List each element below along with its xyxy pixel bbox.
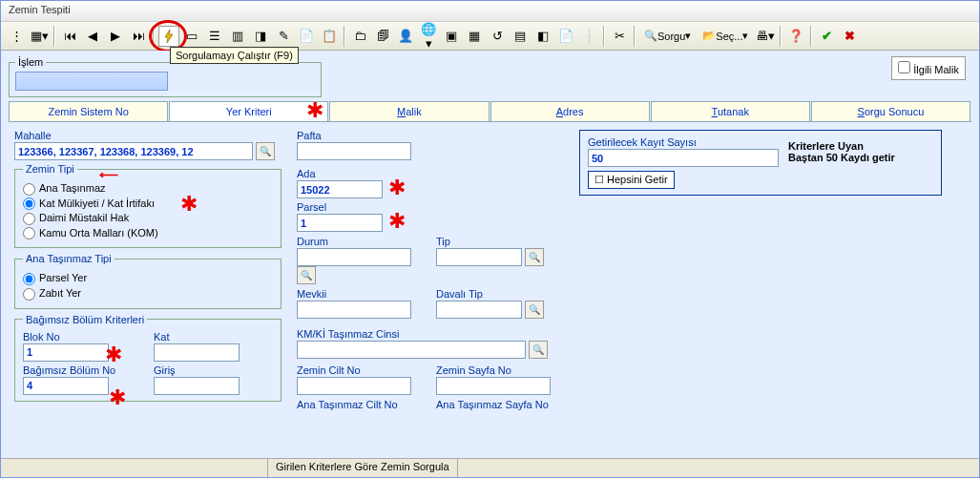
mevkii-input[interactable]	[297, 301, 411, 319]
tb-icon-14[interactable]: ▤	[510, 26, 531, 47]
tb-icon-7[interactable]: 📋	[319, 26, 340, 47]
ok-icon[interactable]: ✔	[816, 26, 837, 47]
zt-kat-mulkiyeti[interactable]: Kat Mülkiyeti / Kat İrtifakı	[23, 197, 155, 209]
islem-input[interactable]	[15, 72, 168, 91]
davali-tip-label: Davalı Tip	[436, 288, 564, 300]
grip-icon[interactable]: ⋮	[6, 26, 27, 47]
tab-strip: Zemin Sistem No Yer Kriteri ✱ Malik Adre…	[9, 101, 971, 122]
getir-label: Getirilecek Kayıt Sayısı	[588, 136, 779, 148]
kmki-input[interactable]	[297, 341, 526, 359]
zt-daimi-mustakil[interactable]: Daimi Müstakil Hak	[23, 212, 129, 223]
tab-zemin-sistem-no[interactable]: Zemin Sistem No	[9, 101, 168, 121]
zcilt-label: Zemin Cilt No	[297, 364, 425, 376]
form-area: Mahalle 🔍 Zemin Tipi ⟵ Ana Taşınmaz Kat …	[9, 128, 971, 413]
tb-icon-1[interactable]: ▭	[181, 26, 202, 47]
status-cell-1	[1, 459, 268, 477]
window-title: Zemin Tespiti	[9, 4, 71, 15]
nav-prev-icon[interactable]: ◀	[82, 26, 103, 47]
bb-no-input[interactable]	[23, 377, 109, 395]
durum-label: Durum	[297, 236, 425, 247]
tb-icon-17a[interactable]: ❕	[578, 26, 599, 47]
blok-no-label: Blok No	[23, 331, 142, 343]
tb-icon-2[interactable]: ☰	[204, 26, 225, 47]
column-3: Getirilecek Kayıt Sayısı ☐ Hepsini Getir…	[579, 130, 942, 411]
ilgili-malik-label[interactable]: İlgili Malik	[898, 64, 959, 75]
tb-icon-6[interactable]: 📄	[296, 26, 317, 47]
mevkii-label: Mevkii	[297, 288, 425, 300]
zcilt-input[interactable]	[297, 377, 411, 395]
bb-legend: Bağımsız Bölüm Kriterleri	[23, 314, 147, 325]
tab-yer-kriteri[interactable]: Yer Kriteri ✱	[169, 101, 328, 121]
lightning-icon	[161, 29, 177, 44]
nav-last-icon[interactable]: ⏭	[128, 26, 149, 47]
bb-no-label: Bağımsız Bölüm No	[23, 364, 142, 376]
giris-input[interactable]	[154, 377, 240, 395]
durum-input[interactable]	[297, 248, 411, 266]
davali-tip-lookup-icon[interactable]: 🔍	[525, 301, 544, 319]
ada-input[interactable]	[297, 180, 383, 198]
tab-tutanak[interactable]: Tutanak	[651, 101, 810, 121]
pafta-input[interactable]	[297, 142, 411, 160]
att-legend: Ana Taşınmaz Tipi	[23, 253, 115, 264]
run-query-button[interactable]	[158, 26, 179, 47]
sec-button[interactable]: 📂Seç...▾	[698, 26, 753, 47]
calendar-dropdown-icon[interactable]: ▦▾	[29, 26, 50, 47]
globe-icon[interactable]: 🌐▾	[418, 26, 439, 47]
mahalle-field: Mahalle 🔍	[14, 130, 281, 160]
tb-icon-11[interactable]: ▣	[441, 26, 462, 47]
tb-icon-4[interactable]: ◨	[250, 26, 271, 47]
tb-icon-17[interactable]: ✂	[609, 26, 630, 47]
ilgili-malik-checkbox[interactable]	[898, 61, 910, 73]
column-1: Mahalle 🔍 Zemin Tipi ⟵ Ana Taşınmaz Kat …	[14, 130, 281, 411]
tip-input[interactable]	[436, 248, 522, 266]
tb-icon-13[interactable]: ↺	[487, 26, 508, 47]
kat-input[interactable]	[154, 343, 240, 362]
mahalle-label: Mahalle	[14, 130, 281, 141]
parsel-input[interactable]	[297, 214, 383, 232]
tb-icon-8[interactable]: 🗀	[349, 26, 370, 47]
kmki-lookup-icon[interactable]: 🔍	[529, 341, 548, 359]
content-area: İşlem İlgili Malik Zemin Sistem No Yer K…	[1, 51, 979, 458]
tip-lookup-icon[interactable]: 🔍	[525, 248, 544, 266]
help-icon[interactable]: ❓	[785, 26, 806, 47]
tb-icon-15[interactable]: ◧	[532, 26, 553, 47]
status-bar: Girilen Kriterlere Göre Zemin Sorgula	[1, 458, 979, 477]
tab-malik[interactable]: Malik	[329, 101, 489, 121]
att-parsel-yer[interactable]: Parsel Yer	[23, 272, 87, 283]
acilt-label: Ana Taşınmaz Cilt No	[297, 399, 425, 410]
cancel-icon[interactable]: ✖	[839, 26, 860, 47]
parsel-label: Parsel	[297, 201, 564, 213]
pafta-label: Pafta	[297, 130, 564, 141]
print-icon[interactable]: 🖶▾	[755, 26, 776, 47]
sorgu-button[interactable]: 🔍Sorgu▾	[639, 26, 696, 47]
title-bar: Zemin Tespiti	[1, 1, 979, 22]
zt-ana-tasinmaz[interactable]: Ana Taşınmaz	[23, 182, 106, 194]
nav-first-icon[interactable]: ⏮	[59, 26, 80, 47]
zt-kom[interactable]: Kamu Orta Malları (KOM)	[23, 227, 158, 239]
blok-no-input[interactable]	[23, 343, 109, 362]
hepsini-getir-button[interactable]: ☐ Hepsini Getir	[588, 171, 675, 189]
tb-icon-3[interactable]: ▥	[227, 26, 248, 47]
tb-icon-9[interactable]: 🗐	[372, 26, 393, 47]
tb-icon-16[interactable]: 📄	[555, 26, 576, 47]
column-2: Pafta Ada ✱ Parsel ✱ Durum	[297, 130, 564, 411]
zsayfa-label: Zemin Sayfa No	[436, 364, 564, 376]
ada-label: Ada	[297, 168, 564, 179]
davali-tip-input[interactable]	[436, 301, 522, 319]
zsayfa-input[interactable]	[436, 377, 551, 395]
nav-next-icon[interactable]: ▶	[105, 26, 126, 47]
durum-lookup-icon[interactable]: 🔍	[297, 266, 316, 284]
tb-icon-12[interactable]: ▦	[464, 26, 485, 47]
getir-count-input[interactable]	[588, 149, 779, 167]
tab-sorgu-sonucu[interactable]: Sorgu Sonucu	[811, 101, 970, 121]
mahalle-input[interactable]	[14, 142, 253, 160]
zemin-tipi-legend: Zemin Tipi	[23, 163, 77, 175]
tip-label: Tip	[436, 236, 564, 247]
mahalle-lookup-icon[interactable]: 🔍	[256, 142, 275, 160]
att-zabit-yer[interactable]: Zabıt Yer	[23, 287, 81, 299]
tab-adres[interactable]: Adres	[490, 101, 650, 121]
giris-label: Giriş	[154, 364, 273, 376]
tb-icon-5[interactable]: ✎	[273, 26, 294, 47]
kmki-label: KM/Kİ Taşınmaz Cinsi	[297, 328, 564, 340]
tb-icon-10[interactable]: 👤	[395, 26, 416, 47]
